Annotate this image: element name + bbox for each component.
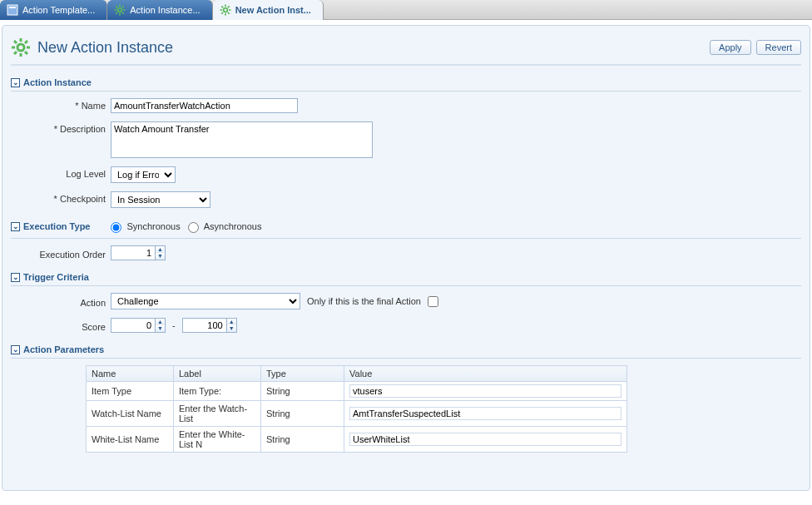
- divider: [11, 91, 801, 92]
- async-radio-input[interactable]: [188, 222, 199, 233]
- apply-button[interactable]: Apply: [710, 40, 751, 55]
- score-label: Score: [11, 319, 111, 332]
- revert-button[interactable]: Revert: [756, 40, 801, 55]
- section-trigger-criteria: ⌄ Trigger Criteria Action Challenge Only…: [11, 272, 801, 333]
- chevron-down-icon: ⌄: [11, 78, 20, 87]
- section-title: Action Parameters: [23, 344, 104, 354]
- stepper-down-icon[interactable]: ▼: [156, 253, 165, 260]
- loglevel-label: Log Level: [11, 166, 111, 179]
- section-toggle-action-parameters[interactable]: ⌄ Action Parameters: [11, 344, 801, 354]
- chevron-down-icon: ⌄: [11, 273, 20, 282]
- section-toggle-execution-type[interactable]: ⌄ Execution Type Synchronous Asynchronou…: [11, 220, 261, 233]
- svg-rect-1: [9, 7, 16, 8]
- description-label: Description: [11, 121, 111, 134]
- sync-radio-input[interactable]: [111, 222, 121, 233]
- section-toggle-trigger-criteria[interactable]: ⌄ Trigger Criteria: [11, 272, 801, 282]
- final-action-checkbox[interactable]: [428, 296, 438, 307]
- svg-line-8: [122, 12, 124, 14]
- tab-label: Action Template...: [22, 5, 95, 15]
- tab-action-template[interactable]: Action Template...: [0, 0, 107, 20]
- table-row: Item TypeItem Type:String: [87, 382, 627, 401]
- divider: [11, 358, 801, 359]
- section-title: Trigger Criteria: [23, 272, 89, 282]
- col-header-type: Type: [261, 366, 344, 382]
- loglevel-select[interactable]: Log if Error: [111, 166, 176, 183]
- svg-rect-0: [7, 5, 17, 15]
- async-radio[interactable]: Asynchronous: [184, 220, 262, 233]
- final-action-label: Only if this is the final Action: [307, 296, 421, 306]
- svg-line-9: [116, 12, 118, 14]
- score-min-stepper[interactable]: ▲▼: [111, 318, 166, 333]
- chevron-down-icon: ⌄: [11, 222, 20, 231]
- section-title: Execution Type: [23, 221, 90, 231]
- name-input[interactable]: [111, 98, 298, 113]
- gear-icon: [220, 4, 231, 16]
- section-title: Action Instance: [23, 77, 92, 87]
- score-min-input[interactable]: [111, 319, 155, 332]
- name-label: Name: [11, 98, 111, 111]
- param-type: String: [261, 382, 344, 401]
- param-label: Enter the White-List N: [174, 427, 261, 453]
- description-input[interactable]: [111, 121, 373, 158]
- param-label: Item Type:: [174, 382, 261, 401]
- svg-line-18: [221, 12, 223, 14]
- template-icon: [7, 4, 18, 16]
- param-value-input[interactable]: [349, 384, 621, 398]
- svg-line-26: [25, 52, 27, 54]
- svg-line-27: [14, 52, 17, 54]
- parameters-table: Name Label Type Value Item TypeItem Type…: [86, 365, 627, 453]
- page-title: New Action Instance: [37, 39, 173, 57]
- stepper-up-icon[interactable]: ▲: [156, 319, 165, 325]
- gear-icon: [114, 4, 126, 16]
- table-row: Watch-List NameEnter the Watch-ListStrin…: [87, 401, 627, 427]
- tab-bar: Action Template... Action Instance... Ne…: [0, 0, 812, 20]
- sync-label: Synchronous: [126, 221, 180, 231]
- sync-radio[interactable]: Synchronous: [106, 220, 180, 233]
- stepper-up-icon[interactable]: ▲: [156, 246, 165, 253]
- svg-line-28: [25, 41, 27, 43]
- svg-point-20: [17, 44, 24, 51]
- svg-line-17: [228, 12, 230, 14]
- score-max-stepper[interactable]: ▲▼: [182, 318, 237, 333]
- stepper-down-icon[interactable]: ▼: [156, 325, 165, 332]
- svg-line-19: [228, 6, 230, 7]
- async-label: Asynchronous: [204, 221, 262, 231]
- param-value-input[interactable]: [349, 407, 621, 420]
- param-name: Watch-List Name: [87, 401, 174, 427]
- section-action-instance: ⌄ Action Instance Name Description Log L…: [11, 77, 801, 208]
- tab-new-action-instance[interactable]: New Action Inst...: [213, 0, 324, 20]
- svg-line-16: [221, 6, 223, 7]
- param-name: Item Type: [87, 382, 174, 401]
- execution-order-input[interactable]: [111, 246, 155, 260]
- divider: [11, 285, 801, 286]
- col-header-label: Label: [174, 366, 261, 382]
- checkpoint-select[interactable]: In Session: [111, 191, 210, 208]
- chevron-down-icon: ⌄: [11, 345, 20, 354]
- svg-line-25: [14, 41, 17, 43]
- param-type: String: [261, 427, 344, 453]
- execution-order-stepper[interactable]: ▲▼: [111, 245, 166, 260]
- param-label: Enter the Watch-List: [174, 401, 261, 427]
- section-toggle-action-instance[interactable]: ⌄ Action Instance: [11, 77, 801, 87]
- action-select[interactable]: Challenge: [111, 293, 300, 309]
- score-dash: -: [172, 320, 176, 330]
- param-value-input[interactable]: [349, 433, 621, 446]
- stepper-up-icon[interactable]: ▲: [227, 319, 236, 325]
- table-row: White-List NameEnter the White-List NStr…: [87, 427, 627, 453]
- section-action-parameters: ⌄ Action Parameters Name Label Type Valu…: [11, 344, 801, 453]
- divider: [11, 238, 801, 239]
- stepper-down-icon[interactable]: ▼: [227, 325, 236, 332]
- param-type: String: [261, 401, 344, 427]
- param-name: White-List Name: [87, 427, 174, 453]
- score-max-input[interactable]: [183, 319, 226, 332]
- col-header-name: Name: [87, 366, 174, 382]
- page-header: New Action Instance Apply Revert: [11, 37, 801, 66]
- tab-label: New Action Inst...: [235, 5, 311, 15]
- svg-point-2: [118, 8, 122, 12]
- gear-icon: [11, 37, 31, 57]
- page-body: New Action Instance Apply Revert ⌄ Actio…: [2, 25, 810, 491]
- svg-line-7: [116, 6, 118, 7]
- tab-action-instance[interactable]: Action Instance...: [107, 0, 212, 20]
- svg-line-10: [122, 6, 124, 7]
- section-execution-type: ⌄ Execution Type Synchronous Asynchronou…: [11, 220, 801, 260]
